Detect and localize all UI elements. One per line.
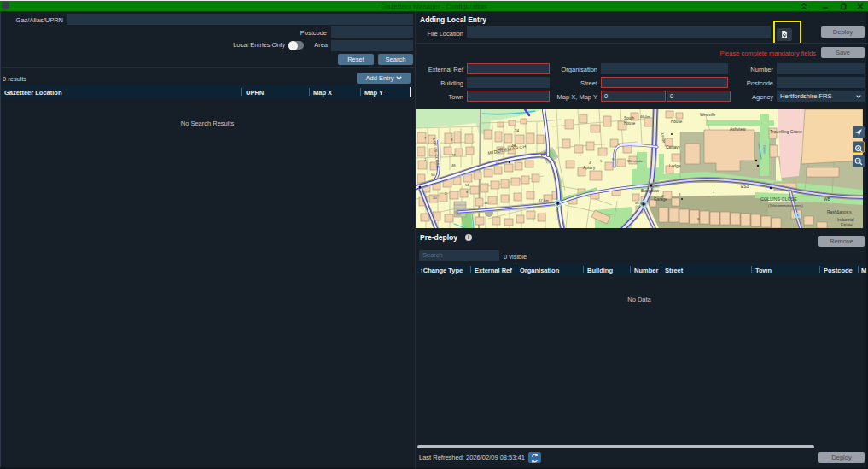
svg-text:Travelling Crane: Travelling Crane: [770, 129, 802, 134]
svg-text:10: 10: [433, 196, 437, 200]
svg-text:Industrial: Industrial: [837, 218, 853, 222]
svg-text:Bungalow: Bungalow: [641, 189, 660, 193]
svg-text:Estate: Estate: [841, 223, 853, 227]
svg-text:50: 50: [431, 173, 435, 177]
svg-text:46.1m: 46.1m: [635, 201, 645, 205]
svg-text:48: 48: [451, 163, 456, 167]
svg-text:Westside: Westside: [627, 159, 644, 163]
svg-text:46.0m: 46.0m: [640, 114, 650, 119]
svg-text:47.6m: 47.6m: [539, 198, 549, 202]
svg-text:COLLINS CLOSE: COLLINS CLOSE: [760, 196, 797, 202]
svg-text:14: 14: [484, 201, 488, 205]
svg-text:WB: WB: [824, 197, 830, 202]
svg-text:Westville: Westville: [700, 113, 716, 117]
svg-text:Ashview: Ashview: [730, 126, 746, 132]
svg-text:18: 18: [495, 161, 499, 165]
svg-text:24: 24: [515, 129, 520, 133]
svg-text:Lodge: Lodge: [669, 164, 681, 168]
svg-text:51: 51: [465, 183, 469, 187]
svg-text:38: 38: [499, 147, 504, 151]
svg-text:Drain: Drain: [762, 145, 766, 155]
svg-text:House: House: [624, 121, 636, 126]
svg-text:Cantavy: Cantavy: [666, 145, 681, 149]
svg-text:74: 74: [451, 153, 456, 157]
svg-text:Rash&apos;s: Rash&apos;s: [827, 210, 852, 214]
svg-text:House: House: [671, 120, 683, 124]
svg-text:Apiary: Apiary: [583, 165, 596, 170]
svg-text:ES3: ES3: [741, 185, 749, 189]
svg-text:South: South: [624, 116, 634, 120]
svg-text:Dunn Close: Dunn Close: [501, 208, 521, 212]
svg-text:34: 34: [511, 144, 516, 148]
svg-text:(Telecommunications): (Telecommunications): [768, 203, 803, 208]
